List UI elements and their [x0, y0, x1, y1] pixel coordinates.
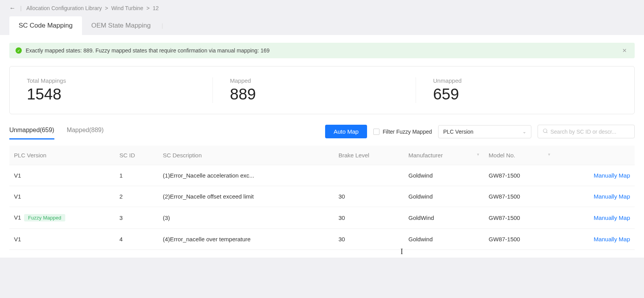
sub-tab-mapped[interactable]: Mapped(889) [67, 124, 104, 139]
cell-sc-description: (4)Error_nacelle over temperature [158, 229, 334, 250]
stat-value: 1548 [27, 85, 212, 103]
filter-fuzzy-checkbox[interactable]: Filter Fuzzy Mapped [373, 129, 432, 135]
close-icon[interactable]: ✕ [621, 47, 628, 54]
filter-icon[interactable]: ▾ [548, 152, 550, 157]
th-plc-version[interactable]: PLC Version [9, 146, 115, 165]
cell-brake-level: 30 [334, 207, 404, 229]
cell-action: Manually Map [555, 186, 635, 207]
search-box[interactable] [538, 125, 635, 138]
th-actions [555, 146, 635, 165]
divider: | [20, 5, 22, 11]
select-value: PLC Version [443, 129, 473, 135]
cell-model-no: GW87-1500 [484, 165, 555, 186]
cell-action: Manually Map [555, 165, 635, 186]
success-alert: ✓ Exactly mapped states: 889. Fuzzy mapp… [9, 43, 635, 58]
tab-oem-state-mapping[interactable]: OEM State Mapping [82, 16, 160, 35]
breadcrumb-item[interactable]: 12 [153, 5, 159, 11]
cell-manufacturer: GoldWind [404, 207, 484, 229]
checkbox-label: Filter Fuzzy Mapped [383, 129, 432, 135]
cell-plc-version: V1Fuzzy Mapped [9, 207, 115, 229]
th-model-no[interactable]: Model No.▾ [484, 146, 555, 165]
cell-sc-description: (1)Error_Nacelle acceleration exc... [158, 165, 334, 186]
cell-model-no: GW87-1500 [484, 229, 555, 250]
cell-plc-version: V1 [9, 229, 115, 250]
table-row: V1Fuzzy Mapped3(3)30GoldWindGW87-1500Man… [9, 207, 635, 229]
cell-model-no: GW87-1500 [484, 207, 555, 229]
cell-action: Manually Map [555, 207, 635, 229]
cell-sc-id: 4 [115, 229, 158, 250]
th-manufacturer[interactable]: Manufacturer▾ [404, 146, 484, 165]
table-row: V11(1)Error_Nacelle acceleration exc...G… [9, 165, 635, 186]
cell-sc-id: 2 [115, 186, 158, 207]
cell-action: Manually Map [555, 229, 635, 250]
cell-plc-version: V1 [9, 165, 115, 186]
cell-model-no: GW87-1500 [484, 186, 555, 207]
cell-brake-level: 30 [334, 229, 404, 250]
check-circle-icon: ✓ [16, 47, 22, 54]
table-row: V14(4)Error_nacelle over temperature30Go… [9, 229, 635, 250]
stat-value: 889 [230, 85, 416, 103]
fuzzy-mapped-badge: Fuzzy Mapped [24, 214, 65, 221]
back-arrow-icon[interactable]: ← [9, 5, 16, 12]
stat-unmapped: Unmapped 659 [416, 77, 619, 103]
cell-brake-level [334, 165, 404, 186]
stat-label: Mapped [230, 77, 416, 84]
breadcrumb: Allocation Configuration Library > Wind … [26, 5, 159, 11]
mapping-table: PLC Version SC ID SC Description Brake L… [9, 146, 635, 250]
cell-sc-id: 1 [115, 165, 158, 186]
svg-point-0 [543, 129, 547, 132]
manually-map-link[interactable]: Manually Map [594, 214, 630, 221]
stats-card: Total Mappings 1548 Mapped 889 Unmapped … [9, 66, 635, 114]
cell-plc-version: V1 [9, 186, 115, 207]
checkbox-icon[interactable] [373, 129, 379, 135]
svg-line-1 [547, 132, 547, 133]
th-brake-level[interactable]: Brake Level [334, 146, 404, 165]
stat-label: Unmapped [433, 77, 619, 84]
plc-version-select[interactable]: PLC Version ⌄ [438, 125, 531, 138]
chevron-right-icon: > [105, 5, 108, 11]
search-input[interactable] [550, 129, 630, 135]
search-icon [543, 128, 548, 135]
stat-label: Total Mappings [27, 77, 212, 84]
cell-brake-level: 30 [334, 186, 404, 207]
stat-value: 659 [433, 85, 619, 103]
sub-tab-unmapped[interactable]: Unmapped(659) [9, 124, 54, 139]
stat-total: Total Mappings 1548 [25, 77, 212, 103]
auto-map-button[interactable]: Auto Map [325, 125, 367, 138]
manually-map-link[interactable]: Manually Map [594, 172, 630, 179]
stat-mapped: Mapped 889 [212, 77, 416, 103]
divider: | [160, 16, 165, 35]
chevron-right-icon: > [146, 5, 150, 11]
cell-sc-description: (3) [158, 207, 334, 229]
table-row: V12(2)Error_Nacelle offset exceed limit3… [9, 186, 635, 207]
chevron-down-icon: ⌄ [522, 129, 526, 134]
cell-manufacturer: Goldwind [404, 229, 484, 250]
cell-sc-id: 3 [115, 207, 158, 229]
cell-manufacturer: Goldwind [404, 165, 484, 186]
sub-tabs: Unmapped(659) Mapped(889) [9, 124, 325, 139]
main-tabs: SC Code Mapping OEM State Mapping | [0, 16, 644, 35]
alert-text: Exactly mapped states: 889. Fuzzy mapped… [26, 47, 617, 54]
manually-map-link[interactable]: Manually Map [594, 236, 630, 242]
breadcrumb-item[interactable]: Allocation Configuration Library [26, 5, 102, 11]
cell-manufacturer: Goldwind [404, 186, 484, 207]
manually-map-link[interactable]: Manually Map [594, 193, 630, 200]
th-sc-description[interactable]: SC Description [158, 146, 334, 165]
filter-icon[interactable]: ▾ [477, 152, 479, 157]
th-sc-id[interactable]: SC ID [115, 146, 158, 165]
breadcrumb-item[interactable]: Wind Turbine [111, 5, 143, 11]
cell-sc-description: (2)Error_Nacelle offset exceed limit [158, 186, 334, 207]
tab-sc-code-mapping[interactable]: SC Code Mapping [9, 16, 82, 35]
